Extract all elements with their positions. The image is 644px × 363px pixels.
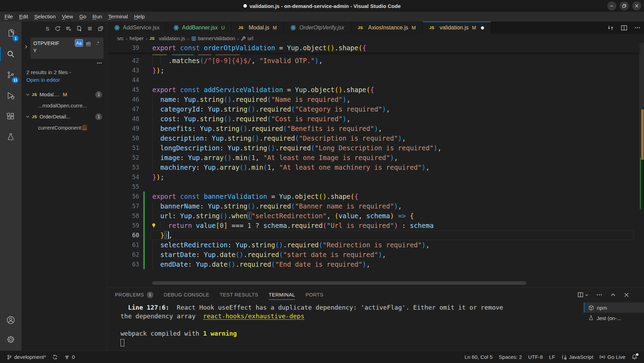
code-line-52[interactable]: 52 image: Yup.array().min(1, "At least o…: [107, 153, 639, 162]
refresh-icon[interactable]: [55, 26, 61, 32]
code-line-43[interactable]: 43});: [107, 65, 639, 75]
panel-more-actions-icon[interactable]: [596, 292, 602, 298]
toggle-replace-chevron-icon[interactable]: [24, 44, 29, 49]
search-result-file-row[interactable]: JSOrderDetail...1: [21, 111, 107, 122]
terminal-output[interactable]: Line 127:6: React Hook useEffect has a d…: [120, 303, 580, 351]
code-line-55[interactable]: 55: [107, 182, 639, 192]
panel-tab-test-results[interactable]: TEST RESULTS: [220, 288, 258, 302]
chevron-down-icon[interactable]: [26, 92, 30, 97]
code-line-59[interactable]: 59 return value[0] === 1 ? schema.requir…: [107, 221, 639, 230]
search-result-file-row[interactable]: JSModal....M1: [21, 89, 107, 100]
code-line-47[interactable]: 47 categoryId: Yup.string().required("Ca…: [107, 104, 639, 114]
tab-addservice-jsx[interactable]: AddService.jsx: [107, 21, 167, 34]
menu-terminal[interactable]: Terminal: [105, 12, 131, 21]
search-result-match-row[interactable]: currentComponent:...: [21, 122, 107, 133]
restore-button[interactable]: [620, 1, 629, 10]
code-editor[interactable]: 42 .matches(/^[0-9]{4}$/, "Invalid OTP."…: [107, 43, 644, 287]
status-sync[interactable]: [49, 351, 61, 363]
menu-file[interactable]: File: [1, 12, 16, 21]
status-go-live[interactable]: Go Live: [596, 351, 628, 363]
close-panel-icon[interactable]: [624, 292, 629, 298]
code-line-54[interactable]: 54});: [107, 172, 639, 182]
menu-help[interactable]: Help: [131, 12, 148, 21]
minimize-button[interactable]: [607, 1, 616, 10]
menu-selection[interactable]: Selection: [31, 12, 59, 21]
toggle-search-details[interactable]: [21, 59, 107, 66]
collapse-all-icon[interactable]: [98, 26, 104, 32]
panel-tab-terminal[interactable]: TERMINAL: [269, 288, 295, 302]
split-editor-icon[interactable]: [621, 25, 627, 31]
breadcrumb-validation.js[interactable]: JSvalidation.js: [150, 36, 185, 41]
terminal-link[interactable]: react-hooks/exhaustive-deps: [203, 312, 304, 320]
breadcrumb-helper[interactable]: helper: [129, 36, 143, 41]
status-0[interactable]: 0: [61, 351, 78, 363]
close-window-button[interactable]: [632, 1, 641, 10]
status-lf[interactable]: LF: [546, 351, 558, 363]
code-line-51[interactable]: 51 longDescription: Yup.string().require…: [107, 143, 639, 153]
code-line-61[interactable]: 61 selectRedirection: Yup.string().requi…: [107, 240, 639, 250]
terminal-instance-npm[interactable]: npm: [584, 302, 644, 313]
menu-edit[interactable]: Edit: [16, 12, 31, 21]
code-line-44[interactable]: 44: [107, 75, 639, 85]
code-line-45[interactable]: 45export const addServiceValidation = Yu…: [107, 85, 639, 95]
code-line-62[interactable]: 62 startDate: Yup.date().required("start…: [107, 250, 639, 259]
tab-validation-js[interactable]: JSvalidation.jsM: [423, 21, 491, 34]
view-as-list-icon[interactable]: [87, 26, 93, 32]
activity-source-control[interactable]: 11: [0, 66, 21, 84]
search-input[interactable]: OTPVERIF Y Aa ab .*: [30, 37, 104, 59]
code-line-63[interactable]: 63 endDate: Yup.date().required("End dat…: [107, 259, 639, 269]
code-line-57[interactable]: 57 bannerName: Yup.string().required("Ba…: [107, 201, 639, 211]
sticky-scroll-line[interactable]: 39export const orderOtpValidation = Yup.…: [107, 43, 639, 53]
tab-addbanner-jsx[interactable]: AddBanner.jsxU: [167, 21, 232, 34]
breadcrumb-bannervalidation[interactable]: bannerValidation: [191, 36, 235, 41]
activity-accounts[interactable]: [0, 311, 21, 329]
match-case-toggle[interactable]: Aa: [75, 39, 83, 47]
status-javascript[interactable]: JavaScript: [558, 351, 596, 363]
search-result-match-row[interactable]: ...modalOpen.curre...: [21, 100, 107, 111]
status-spaces-2[interactable]: Spaces: 2: [496, 351, 525, 363]
status-bell[interactable]: [628, 351, 641, 363]
activity-settings[interactable]: [0, 330, 21, 348]
regex-toggle[interactable]: .*: [93, 39, 102, 47]
sticky-line-39[interactable]: 39export const orderOtpValidation = Yup.…: [107, 43, 639, 53]
code-line-60[interactable]: 60 }),: [107, 230, 639, 240]
activity-run-and-debug[interactable]: [0, 87, 21, 105]
tab-modal-js[interactable]: JSModal.jsM: [232, 21, 284, 34]
code-line-56[interactable]: 56export const bannerValidation = Yup.ob…: [107, 192, 639, 201]
breadcrumb-url[interactable]: url: [241, 36, 253, 41]
tab-axiosinstance-js[interactable]: JSAxiosInstance.jsM: [351, 21, 422, 34]
terminal-instance-jeston[interactable]: Jest (on-...: [584, 313, 644, 323]
code-line-50[interactable]: 50 description: Yup.string().required("D…: [107, 133, 639, 143]
panel-tab-problems[interactable]: PROBLEMS1: [115, 288, 153, 302]
horizontal-scrollbar[interactable]: [152, 281, 526, 285]
activity-extensions[interactable]: [0, 107, 21, 125]
panel-tab-ports[interactable]: PORTS: [305, 288, 323, 302]
menu-go[interactable]: Go: [76, 12, 89, 21]
activity-testing[interactable]: [0, 128, 21, 146]
launch-profile-icon[interactable]: [578, 292, 589, 298]
code-line-53[interactable]: 53 machinery: Yup.array().min(1, "At lea…: [107, 162, 639, 172]
open-changes-icon[interactable]: [607, 25, 614, 31]
code-line-48[interactable]: 48 cost: Yup.string().required("Cost is …: [107, 114, 639, 124]
menu-view[interactable]: View: [59, 12, 76, 21]
menu-run[interactable]: Run: [89, 12, 105, 21]
activity-explorer[interactable]: 1: [0, 24, 21, 42]
tab-orderotpverify-jsx[interactable]: OrderOtpVerify.jsx: [284, 21, 351, 34]
breadcrumb-src[interactable]: src: [117, 36, 124, 41]
open-in-editor-link[interactable]: Open in editor: [21, 76, 107, 83]
code-line-58[interactable]: 58 url: Yup.string().when("selectRedirec…: [107, 211, 639, 221]
status-development-[interactable]: development*: [3, 351, 49, 363]
code-line-46[interactable]: 46 name: Yup.string().required("Name is …: [107, 95, 639, 104]
code-line-49[interactable]: 49 benefits: Yup.string().required("Bene…: [107, 124, 639, 133]
status-ln-60-col-5[interactable]: Ln 60, Col 5: [462, 351, 496, 363]
code-line-42[interactable]: 42 .matches(/^[0-9]{4}$/, "Invalid OTP."…: [107, 56, 639, 65]
maximize-panel-icon[interactable]: [610, 292, 616, 298]
panel-tab-debug-console[interactable]: DEBUG CONSOLE: [164, 288, 209, 302]
status-utf-8[interactable]: UTF-8: [525, 351, 546, 363]
new-search-editor-icon[interactable]: [76, 26, 82, 32]
more-actions-icon[interactable]: [634, 25, 641, 31]
clear-results-icon[interactable]: [65, 26, 71, 32]
vertical-scrollbar[interactable]: [639, 43, 644, 287]
chevron-down-icon[interactable]: [26, 115, 30, 119]
whole-word-toggle[interactable]: ab: [84, 39, 92, 47]
